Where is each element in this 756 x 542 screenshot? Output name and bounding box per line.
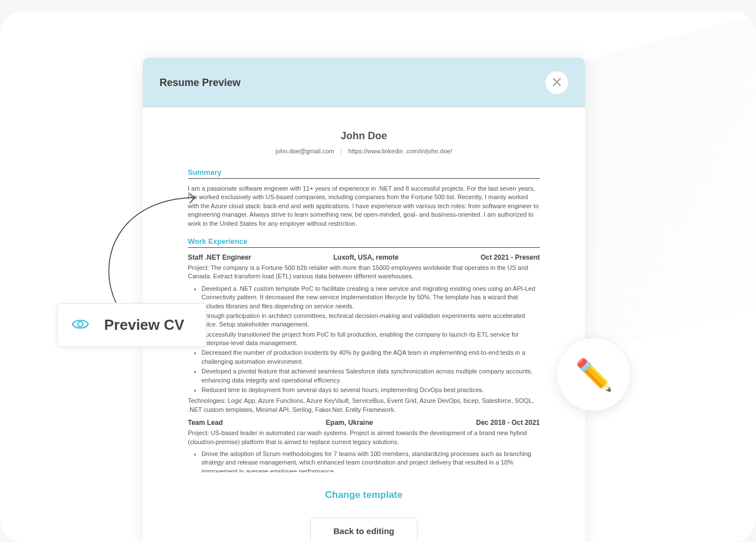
modal-header: Resume Preview [143,58,585,107]
work-experience-heading: Work Experience [188,237,540,248]
close-icon [553,77,561,89]
job-bullet: Successfully transitioned the project fr… [201,330,540,348]
svg-point-0 [78,321,83,326]
resume-scroll-area[interactable]: John Doe john.doe@gmail.com | https://ww… [182,119,545,472]
job-bullets: Developed a .NET custom template PoC to … [188,285,540,395]
preview-cv-label: Preview CV [104,316,184,334]
resume-linkedin: https://www.linkedin .com/in/john.doe/ [349,148,452,154]
change-template-link[interactable]: Change template [325,489,403,501]
resume-preview-modal: Resume Preview John Doe john.doe@gmail.c… [143,58,585,542]
job-company: Luxoft, USA, remote [251,253,480,261]
job-project: Project: The company is a Fortune 500 b2… [188,264,540,281]
preview-cv-popover[interactable]: Preview CV [57,303,207,347]
summary-text: I am a passionate software engineer with… [188,184,540,228]
job-entry: Team LeadEpam, UkraineDec 2018 - Oct 202… [188,419,540,472]
job-header: Team LeadEpam, UkraineDec 2018 - Oct 202… [188,419,540,427]
job-project: Project: US-based leader in automated ca… [188,429,540,446]
pencil-icon: ✏️ [575,357,613,393]
job-bullet: Developed a .NET custom template PoC to … [201,285,540,311]
job-dates: Oct 2021 - Present [480,253,540,261]
summary-heading: Summary [188,168,540,179]
job-bullet: Drove the adoption of Scrum methodologie… [201,450,540,472]
job-bullet: Reduced time to deployment from several … [201,386,540,394]
job-technologies: Technologies: Logic App, Azure Functions… [188,397,540,414]
edit-pencil-button[interactable]: ✏️ [557,338,630,411]
job-title: Staff .NET Engineer [188,253,251,261]
job-bullet: Decreased the number of production incid… [201,349,540,366]
job-entry: Staff .NET EngineerLuxoft, USA, remoteOc… [188,253,540,414]
job-company: Epam, Ukraine [223,419,476,427]
close-button[interactable] [545,71,568,94]
job-title: Team Lead [188,419,223,427]
job-bullet: Through participation in architect commi… [201,312,540,329]
modal-footer: Change template Back to editing [182,472,545,542]
job-bullets: Drove the adoption of Scrum methodologie… [188,450,540,472]
modal-title: Resume Preview [160,77,240,89]
back-to-editing-button[interactable]: Back to editing [310,518,418,542]
resume-document: John Doe john.doe@gmail.com | https://ww… [182,119,545,472]
resume-name: John Doe [188,130,540,142]
job-header: Staff .NET EngineerLuxoft, USA, remoteOc… [188,253,540,261]
job-dates: Dec 2018 - Oct 2021 [476,419,540,427]
eye-icon [71,317,89,333]
job-bullet: Developed a pivotal feature that achieve… [201,367,540,385]
resume-email: john.doe@gmail.com [276,148,334,154]
resume-contact: john.doe@gmail.com | https://www.linkedi… [188,148,540,154]
